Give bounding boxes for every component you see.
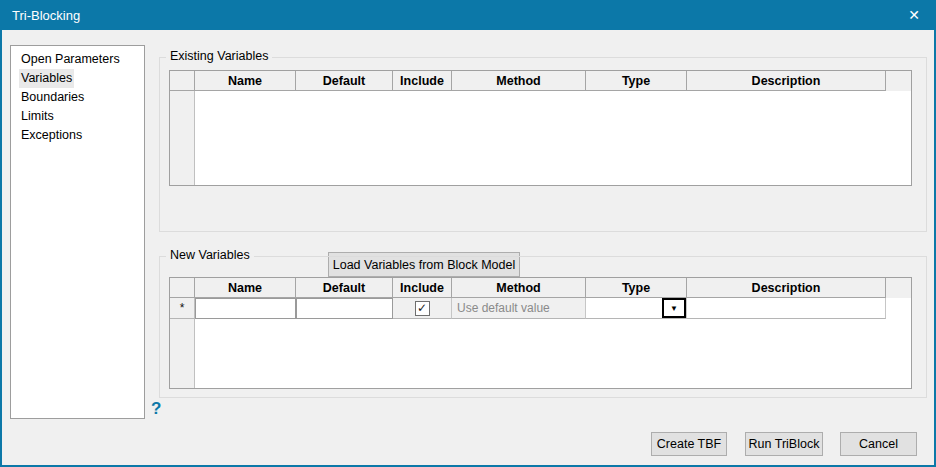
name-cell-input[interactable] — [195, 298, 296, 319]
existing-variables-label: Existing Variables — [166, 49, 272, 63]
default-cell-input[interactable] — [296, 298, 393, 319]
sidebar-item-variables[interactable]: Variables — [11, 69, 144, 88]
column-header-name: Name — [195, 71, 296, 91]
sidebar-item-limits[interactable]: Limits — [11, 107, 144, 126]
include-cell: ✓ — [393, 298, 452, 319]
column-header-include: Include — [393, 71, 452, 91]
new-variable-row: * ✓ Use default value ▼ — [170, 298, 911, 319]
include-checkbox[interactable]: ✓ — [415, 301, 430, 316]
column-header-type: Type — [586, 71, 687, 91]
header-filler — [886, 278, 911, 298]
new-row-marker: * — [170, 298, 195, 319]
tri-blocking-dialog: Tri-Blocking ✕ Open Parameters Variables… — [0, 0, 936, 467]
column-header-name: Name — [195, 278, 296, 298]
method-cell: Use default value — [452, 298, 586, 319]
method-value: Use default value — [452, 301, 550, 315]
corner-header-cell — [170, 71, 195, 91]
column-header-default: Default — [296, 278, 393, 298]
window-title: Tri-Blocking — [0, 8, 80, 23]
column-header-default: Default — [296, 71, 393, 91]
header-filler — [886, 71, 911, 91]
chevron-down-icon: ▼ — [670, 304, 678, 313]
cancel-button[interactable]: Cancel — [840, 432, 917, 456]
column-header-method: Method — [452, 71, 586, 91]
column-header-description: Description — [687, 278, 886, 298]
existing-table-header: Name Default Include Method Type Descrip… — [170, 71, 911, 91]
title-bar: Tri-Blocking ✕ — [0, 0, 936, 30]
type-cell[interactable]: ▼ — [586, 298, 687, 319]
new-variables-table[interactable]: Name Default Include Method Type Descrip… — [169, 277, 912, 389]
help-icon[interactable]: ? — [151, 399, 161, 419]
column-header-method: Method — [452, 278, 586, 298]
existing-variables-group: Existing Variables Name Default Include … — [159, 57, 927, 232]
row-filler — [886, 298, 911, 319]
new-variables-label: New Variables — [166, 248, 254, 262]
existing-variables-table[interactable]: Name Default Include Method Type Descrip… — [169, 70, 912, 186]
sidebar-item-exceptions[interactable]: Exceptions — [11, 126, 144, 145]
type-dropdown-button[interactable]: ▼ — [662, 298, 686, 318]
corner-header-cell — [170, 278, 195, 298]
sidebar-item-boundaries[interactable]: Boundaries — [11, 88, 144, 107]
create-tbf-button[interactable]: Create TBF — [651, 432, 727, 456]
column-header-include: Include — [393, 278, 452, 298]
description-cell[interactable] — [687, 298, 886, 319]
sidebar-item-open-parameters[interactable]: Open Parameters — [11, 50, 144, 69]
close-icon[interactable]: ✕ — [892, 0, 936, 30]
new-variables-group: New Variables Name Default Include Metho… — [159, 256, 927, 398]
category-list: Open Parameters Variables Boundaries Lim… — [10, 45, 145, 419]
run-triblock-button[interactable]: Run TriBlock — [745, 432, 823, 456]
column-header-description: Description — [687, 71, 886, 91]
new-table-header: Name Default Include Method Type Descrip… — [170, 278, 911, 298]
column-header-type: Type — [586, 278, 687, 298]
